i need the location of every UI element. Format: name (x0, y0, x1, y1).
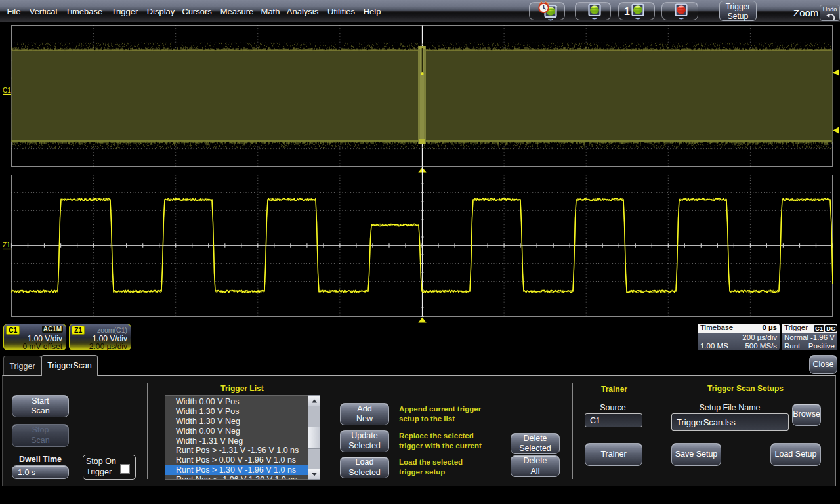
svg-text:C1: C1 (3, 87, 11, 94)
svg-text:Z1: Z1 (3, 242, 10, 249)
